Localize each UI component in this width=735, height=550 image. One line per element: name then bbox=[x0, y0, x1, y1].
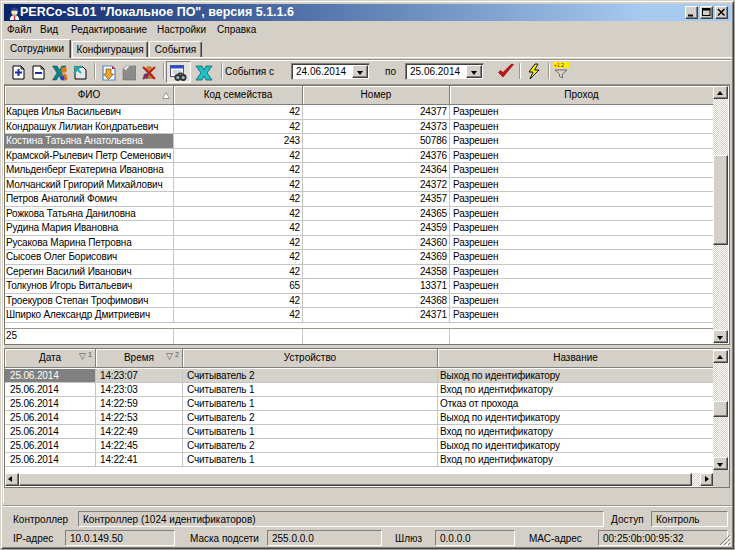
svg-text:2: 2 bbox=[561, 62, 564, 68]
svg-text:+1: +1 bbox=[554, 62, 560, 68]
